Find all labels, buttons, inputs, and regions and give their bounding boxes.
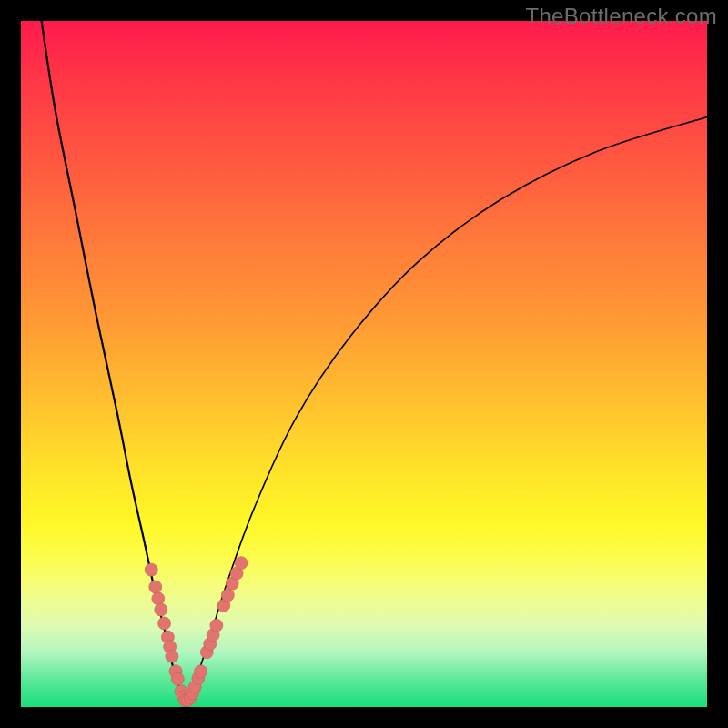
data-marker: [221, 589, 234, 602]
data-marker: [210, 619, 223, 632]
data-marker: [195, 665, 207, 678]
data-markers: [145, 557, 248, 707]
plot-area: [21, 21, 707, 707]
data-marker: [235, 557, 248, 570]
outer-frame: TheBottleneck.com: [0, 0, 728, 728]
data-marker: [145, 563, 157, 576]
data-marker: [152, 592, 165, 605]
watermark-text: TheBottleneck.com: [525, 4, 717, 29]
data-marker: [155, 603, 167, 616]
data-marker: [171, 672, 184, 685]
curve-right: [187, 117, 707, 702]
data-marker: [158, 617, 171, 630]
data-marker: [149, 581, 162, 593]
data-marker: [166, 650, 178, 662]
chart-svg: [21, 21, 707, 707]
